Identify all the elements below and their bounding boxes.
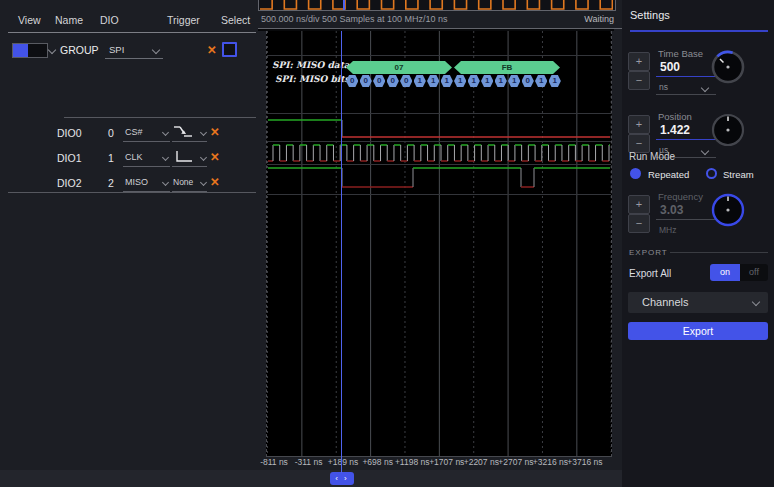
color-fill xyxy=(13,44,28,57)
chevron-down-icon xyxy=(200,129,207,136)
channel-row: DIO00CS#✕ xyxy=(0,120,258,145)
group-select-checkbox[interactable] xyxy=(222,42,237,57)
frequency-label: Frequency xyxy=(658,191,703,202)
chevron-down-icon[interactable] xyxy=(48,46,56,54)
acquisition-view: 500.000 ns/div 500 Samples at 100 MHz/10… xyxy=(258,0,622,470)
timebase-value[interactable]: 500 xyxy=(660,60,680,74)
signal-dropdown[interactable]: CLK xyxy=(123,148,170,167)
frequency-increment-button[interactable]: + xyxy=(628,195,650,214)
channel-rows: DIO00CS#✕DIO11CLK✕DIO22MISONone✕ xyxy=(0,120,258,195)
settings-title-underline xyxy=(630,30,768,32)
timebase-label: Time Base xyxy=(658,48,703,59)
channel-table: View Name DIO Trigger Select GROUP SPI ✕… xyxy=(0,0,258,470)
bottom-scroll-bar: ‹ › xyxy=(0,470,622,487)
trigger-cursor[interactable] xyxy=(341,31,342,473)
protocol-dropdown[interactable]: SPI xyxy=(105,41,163,59)
run-mode-label: Run Mode xyxy=(629,151,675,162)
decode-byte-value: 07 xyxy=(346,61,452,74)
toggle-on[interactable]: on xyxy=(710,264,740,281)
col-dio: DIO xyxy=(100,14,119,26)
rows-top-divider xyxy=(64,117,256,118)
decode-bits-label: SPI: MISO bits xyxy=(275,74,350,84)
decode-data-label: SPI: MISO data xyxy=(272,60,350,70)
timebase-unit[interactable]: ns xyxy=(659,82,668,92)
timebase-increment-button[interactable]: + xyxy=(628,52,650,71)
col-select: Select xyxy=(221,14,250,26)
time-axis-label: -811 ns xyxy=(260,457,288,467)
buffer-preview-strip[interactable] xyxy=(258,0,616,11)
time-axis-label: +2707 ns xyxy=(498,457,533,467)
export-all-label: Export All xyxy=(629,268,671,279)
trigger-dropdown[interactable] xyxy=(172,148,207,167)
rows-bottom-divider xyxy=(8,192,256,193)
timebase-unit-underline xyxy=(656,94,716,95)
channel-dio-index: 2 xyxy=(108,177,114,189)
remove-channel-icon[interactable]: ✕ xyxy=(210,125,220,139)
group-name: GROUP xyxy=(60,44,99,56)
settings-panel: Settings + − Time Base 500 ns + − Positi… xyxy=(622,0,774,487)
export-button[interactable]: Export xyxy=(628,322,768,340)
frequency-knob[interactable] xyxy=(710,192,746,228)
chevron-down-icon xyxy=(162,129,169,136)
position-nav-button[interactable]: ‹ › xyxy=(330,472,354,485)
settings-title: Settings xyxy=(630,9,670,21)
protocol-value: SPI xyxy=(109,44,124,55)
chevron-down-icon xyxy=(200,179,207,186)
repeated-radio[interactable] xyxy=(630,168,641,179)
trigger-none-value: None xyxy=(173,177,193,187)
frequency-unit: MHz xyxy=(659,225,676,235)
status-bar: 500.000 ns/div 500 Samples at 100 MHz/10… xyxy=(258,11,622,29)
group-row: GROUP SPI ✕ xyxy=(0,38,258,62)
time-axis-label: +1707 ns xyxy=(429,457,464,467)
time-axis-label: +3716 ns xyxy=(567,457,602,467)
remove-group-icon[interactable]: ✕ xyxy=(207,43,217,57)
channels-dropdown-value: Channels xyxy=(642,296,688,308)
frequency-decrement-button[interactable]: − xyxy=(628,214,650,233)
signal-dropdown[interactable]: CS# xyxy=(123,123,170,142)
toggle-off[interactable]: off xyxy=(740,264,768,281)
remove-channel-icon[interactable]: ✕ xyxy=(210,175,220,189)
acquisition-state: Waiting xyxy=(584,14,614,24)
channels-dropdown[interactable]: Channels xyxy=(628,292,768,313)
col-view: View xyxy=(18,14,41,26)
export-divider xyxy=(670,252,768,253)
chevron-down-icon xyxy=(162,179,169,186)
signal-value: CS# xyxy=(125,127,143,137)
time-axis-label: +698 ns xyxy=(362,457,393,467)
channel-row: DIO11CLK✕ xyxy=(0,145,258,170)
time-axis-label: +189 ns xyxy=(328,457,359,467)
chevron-down-icon xyxy=(701,84,709,92)
trigger-dropdown[interactable]: None xyxy=(172,173,207,192)
remove-channel-icon[interactable]: ✕ xyxy=(210,150,220,164)
timebase-status: 500.000 ns/div 500 Samples at 100 MHz/10… xyxy=(261,14,448,24)
chevron-down-icon xyxy=(701,147,709,155)
signal-dropdown[interactable]: MISO xyxy=(123,173,170,192)
trigger-dropdown[interactable] xyxy=(172,123,207,142)
stream-radio[interactable] xyxy=(706,168,717,179)
time-axis-label: +3216 ns xyxy=(533,457,568,467)
export-section-heading: EXPORT xyxy=(629,248,668,257)
waveform-plot[interactable]: SPI: MISO data SPI: MISO bits 07FB 00000… xyxy=(266,31,612,457)
position-label: Position xyxy=(658,111,692,122)
col-trigger: Trigger xyxy=(167,14,200,26)
decode-byte-value: FB xyxy=(454,61,560,74)
position-increment-button[interactable]: + xyxy=(628,115,650,134)
frequency-value-underline xyxy=(656,219,716,220)
timebase-decrement-button[interactable]: − xyxy=(628,71,650,90)
signal-value: MISO xyxy=(125,177,148,187)
group-color-swatch[interactable] xyxy=(12,43,48,58)
timebase-knob[interactable] xyxy=(710,49,746,85)
channel-dio-index: 1 xyxy=(108,152,114,164)
preview-waveform xyxy=(259,0,613,10)
position-value-underline xyxy=(656,139,716,140)
position-knob[interactable] xyxy=(710,112,746,148)
chevron-down-icon xyxy=(200,154,207,161)
signal-value: CLK xyxy=(125,152,143,162)
frequency-value[interactable]: 3.03 xyxy=(660,203,683,217)
waveform-traces xyxy=(267,31,611,456)
export-all-toggle[interactable]: on off xyxy=(710,264,768,281)
timebase-value-underline xyxy=(656,76,716,77)
chevron-down-icon xyxy=(152,46,160,54)
col-name: Name xyxy=(55,14,83,26)
position-value[interactable]: 1.422 xyxy=(660,123,690,137)
